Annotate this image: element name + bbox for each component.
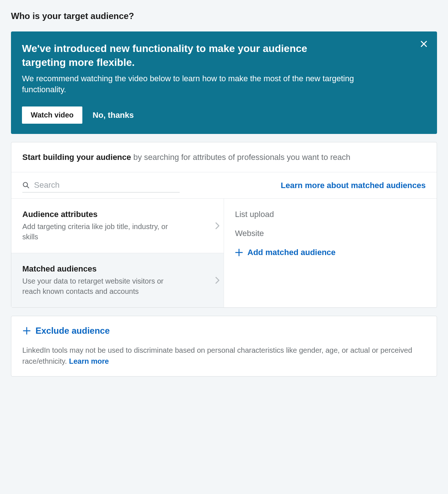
banner-title: We've introduced new functionality to ma… xyxy=(22,42,344,70)
disclaimer-text: LinkedIn tools may not be used to discri… xyxy=(22,345,426,367)
banner-description: We recommend watching the video below to… xyxy=(22,73,359,96)
chevron-right-icon xyxy=(215,222,220,230)
disclaimer-learn-more-link[interactable]: Learn more xyxy=(69,357,109,365)
info-banner: We've introduced new functionality to ma… xyxy=(11,31,437,134)
builder-header: Start building your audience by searchin… xyxy=(11,142,437,172)
audience-builder-card: Start building your audience by searchin… xyxy=(11,142,437,308)
close-icon xyxy=(420,40,428,48)
banner-close-button[interactable] xyxy=(419,39,429,49)
option-audience-attributes[interactable]: Audience attributes Add targeting criter… xyxy=(11,199,224,253)
options-column: Audience attributes Add targeting criter… xyxy=(11,199,224,307)
option-title: Audience attributes xyxy=(22,210,213,219)
option-description: Use your data to retarget website visito… xyxy=(22,276,172,296)
search-icon xyxy=(22,181,30,189)
no-thanks-button[interactable]: No, thanks xyxy=(93,111,134,120)
option-matched-audiences[interactable]: Matched audiences Use your data to retar… xyxy=(11,253,224,307)
option-description: Add targeting criteria like job title, i… xyxy=(22,221,172,242)
add-matched-audience-button[interactable]: Add matched audience xyxy=(235,245,336,260)
add-matched-label: Add matched audience xyxy=(247,248,336,257)
page-title: Who is your target audience? xyxy=(11,11,437,21)
builder-columns: Audience attributes Add targeting criter… xyxy=(11,199,437,307)
builder-header-bold: Start building your audience xyxy=(22,153,131,162)
matched-subitem-website[interactable]: Website xyxy=(235,226,426,245)
exclude-card: Exclude audience LinkedIn tools may not … xyxy=(11,316,437,377)
search-row: Learn more about matched audiences xyxy=(11,172,437,199)
watch-video-button[interactable]: Watch video xyxy=(22,106,82,124)
option-title: Matched audiences xyxy=(22,264,213,274)
exclude-button-label: Exclude audience xyxy=(36,326,110,336)
search-input[interactable] xyxy=(34,180,180,190)
learn-more-matched-link[interactable]: Learn more about matched audiences xyxy=(281,181,426,190)
matched-detail-column: List upload Website Add matched audience xyxy=(224,199,437,307)
chevron-right-icon xyxy=(215,276,220,284)
matched-subitem-list-upload[interactable]: List upload xyxy=(235,207,426,226)
builder-header-light: by searching for attributes of professio… xyxy=(131,153,350,162)
search-wrap xyxy=(22,178,180,192)
plus-icon xyxy=(235,248,243,257)
plus-icon xyxy=(22,326,31,335)
banner-actions: Watch video No, thanks xyxy=(22,106,426,124)
exclude-audience-button[interactable]: Exclude audience xyxy=(22,326,110,336)
